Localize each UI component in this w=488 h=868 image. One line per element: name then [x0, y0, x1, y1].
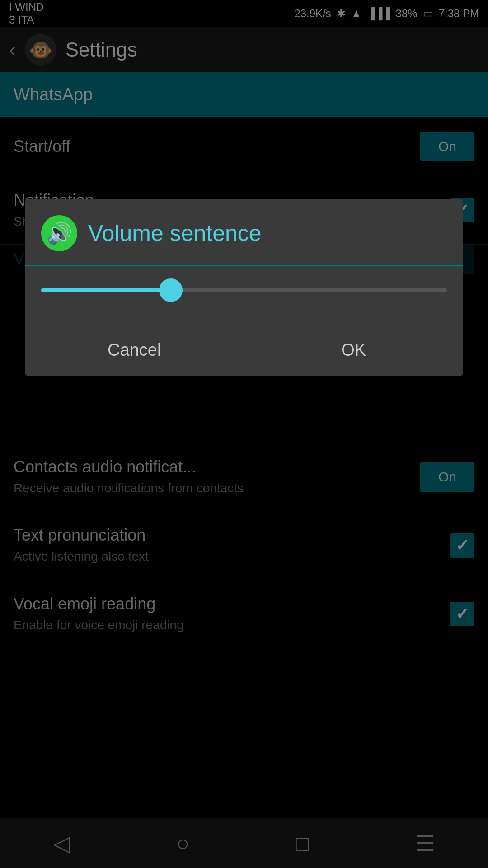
dialog-header: 🔊 Volume sentence [25, 199, 463, 266]
dialog-body [25, 266, 463, 324]
volume-icon: 🔊 [41, 215, 77, 251]
volume-slider-container [41, 284, 447, 306]
volume-sentence-dialog: 🔊 Volume sentence Cancel OK [25, 199, 463, 376]
dialog-overlay [0, 0, 488, 868]
slider-fill [41, 288, 171, 292]
dialog-actions: Cancel OK [25, 324, 463, 376]
ok-button[interactable]: OK [244, 324, 464, 376]
cancel-button[interactable]: Cancel [25, 324, 244, 376]
slider-track [41, 288, 447, 292]
dialog-title: Volume sentence [88, 220, 262, 246]
slider-thumb[interactable] [159, 278, 183, 302]
